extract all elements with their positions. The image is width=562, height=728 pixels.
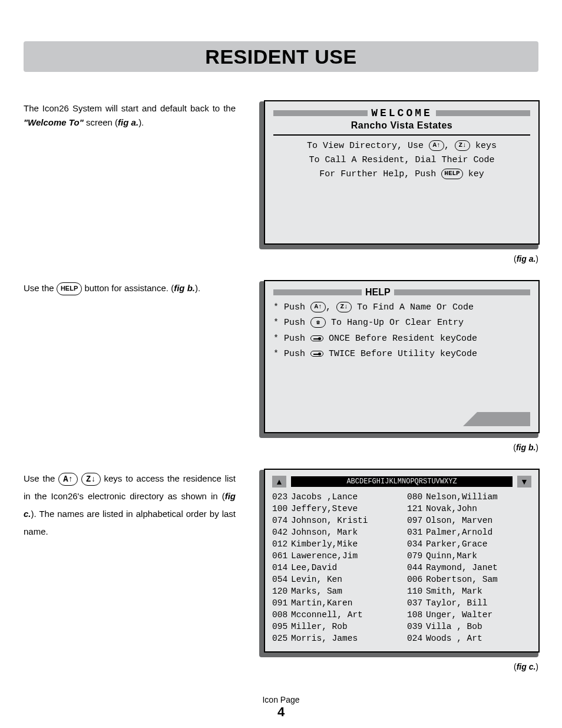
directory-code: 100 bbox=[272, 503, 291, 515]
help-line: * Push ONCE Before Resident keyCode bbox=[273, 331, 530, 347]
directory-code: 008 bbox=[272, 609, 291, 621]
alphabet-bar: ABCDEFGHIJKLMNOPQRSTUVWXYZ bbox=[291, 476, 513, 487]
directory-code: 042 bbox=[272, 526, 291, 538]
directory-code: 044 bbox=[407, 562, 426, 574]
screen-title: HELP bbox=[365, 287, 391, 298]
help-key-icon: HELP bbox=[441, 169, 462, 179]
a-up-key-icon: A↑ bbox=[58, 473, 78, 486]
directory-column: 023Jacobs ,Lance100Jeffery,Steve074Johns… bbox=[272, 491, 396, 644]
directory-code: 054 bbox=[272, 574, 291, 585]
help-screen: HELP * Push A↑, Z↓ To Find A Name Or Cod… bbox=[259, 281, 538, 438]
screen-title: WELCOME bbox=[371, 107, 432, 119]
directory-row: 061Lawerence,Jim bbox=[272, 550, 396, 562]
help-key-icon: HELP bbox=[57, 282, 82, 295]
directory-code: 108 bbox=[407, 609, 426, 621]
directory-row: 108Unger, Walter bbox=[407, 609, 531, 621]
directory-code: 031 bbox=[407, 526, 426, 538]
directory-name: Miller, Rob bbox=[291, 622, 348, 631]
directory-name: Mcconnell, Art bbox=[291, 610, 363, 620]
text: ). bbox=[138, 117, 144, 127]
directory-row: 080Nelson,William bbox=[407, 491, 531, 503]
text-emph: "Welcome To" bbox=[24, 117, 84, 127]
directory-name: Levin, Ken bbox=[291, 575, 342, 584]
fig-ref: fig a. bbox=[118, 117, 138, 127]
scroll-down-icon: ▼ bbox=[517, 476, 531, 487]
body-paragraph-2: Use the HELP button for assistance. (fig… bbox=[24, 281, 236, 295]
z-down-key-icon: Z↓ bbox=[81, 473, 101, 486]
directory-code: 121 bbox=[407, 503, 426, 515]
directory-code: 023 bbox=[272, 491, 291, 503]
directory-code: 120 bbox=[272, 585, 291, 597]
directory-screen: ▲ ABCDEFGHIJKLMNOPQRSTUVWXYZ ▼ 023Jacobs… bbox=[259, 470, 538, 657]
directory-row: 044Raymond, Janet bbox=[407, 562, 531, 574]
directory-code: 012 bbox=[272, 538, 291, 550]
section-fig-a: The Icon26 System will start and default… bbox=[24, 101, 538, 263]
directory-code: 039 bbox=[407, 621, 426, 633]
title-bar-decor bbox=[394, 289, 530, 295]
text: screen ( bbox=[84, 117, 118, 127]
help-line: * Push A↑, Z↓ To Find A Name Or Code bbox=[273, 300, 530, 315]
caption-fig-c: (fig c.) bbox=[259, 662, 538, 671]
text: ). The names are listed in alphabetical … bbox=[24, 509, 236, 536]
directory-name: Unger, Walter bbox=[426, 610, 492, 620]
directory-name: Quinn,Mark bbox=[426, 551, 477, 561]
screen-subtitle: Rancho Vista Estates bbox=[273, 120, 530, 131]
text: The Icon26 System will start and default… bbox=[24, 103, 236, 113]
directory-row: 025Morris, James bbox=[272, 633, 396, 644]
directory-name: Robertson, Sam bbox=[426, 575, 498, 584]
text: Use the bbox=[24, 473, 58, 483]
a-up-key-icon: A↑ bbox=[429, 140, 444, 151]
directory-row: 079Quinn,Mark bbox=[407, 550, 531, 562]
directory-name: Kimberly,Mike bbox=[291, 539, 358, 549]
directory-name: Morris, James bbox=[291, 634, 358, 643]
directory-name: Olson, Marven bbox=[426, 516, 492, 525]
directory-name: Lawerence,Jim bbox=[291, 551, 358, 561]
directory-row: 091Martin,Karen bbox=[272, 597, 396, 609]
directory-row: 037Taylor, Bill bbox=[407, 597, 531, 609]
text: ). bbox=[195, 283, 200, 293]
directory-row: 023Jacobs ,Lance bbox=[272, 491, 396, 503]
a-up-key-icon: A↑ bbox=[310, 302, 326, 312]
directory-code: 097 bbox=[407, 515, 426, 526]
z-down-key-icon: Z↓ bbox=[455, 140, 470, 151]
directory-row: 034Parker,Grace bbox=[407, 538, 531, 550]
directory-name: Nelson,William bbox=[426, 492, 498, 502]
directory-name: Smith, Mark bbox=[426, 587, 482, 596]
directory-name: Woods , Art bbox=[426, 634, 482, 643]
directory-name: Martin,Karen bbox=[291, 598, 352, 608]
directory-row: 031Palmer,Arnold bbox=[407, 526, 531, 538]
directory-name: Palmer,Arnold bbox=[426, 528, 492, 537]
directory-name: Jacobs ,Lance bbox=[291, 492, 358, 502]
welcome-screen: WELCOME Rancho Vista Estates To View Dir… bbox=[259, 101, 538, 249]
help-line: * Push TWICE Before Utility keyCode bbox=[273, 347, 530, 362]
directory-code: 074 bbox=[272, 515, 291, 526]
caption-fig-a: (fig a.) bbox=[259, 254, 538, 263]
help-line: * Push ☎ To Hang-Up Or Clear Entry bbox=[273, 315, 530, 331]
section-fig-c: Use the A↑ Z↓ keys to access the residen… bbox=[24, 470, 538, 671]
section-fig-b: Use the HELP button for assistance. (fig… bbox=[24, 281, 538, 452]
keycode-key-icon bbox=[310, 335, 323, 341]
directory-name: Johnson, Mark bbox=[291, 528, 358, 537]
scroll-up-icon: ▲ bbox=[272, 476, 286, 487]
directory-row: 095Miller, Rob bbox=[272, 621, 396, 633]
corner-decor bbox=[477, 412, 530, 426]
directory-row: 014Lee,David bbox=[272, 562, 396, 574]
directory-name: Jeffery,Steve bbox=[291, 504, 358, 513]
directory-name: Villa , Bob bbox=[426, 622, 482, 631]
screen-line: For Further Help, Push HELP key bbox=[273, 167, 530, 182]
page-number: 4 bbox=[24, 704, 538, 720]
footer-label: Icon Page bbox=[24, 695, 538, 704]
title-bar-decor bbox=[273, 110, 368, 116]
directory-row: 121Novak,John bbox=[407, 503, 531, 515]
directory-name: Taylor, Bill bbox=[426, 598, 487, 608]
directory-code: 080 bbox=[407, 491, 426, 503]
directory-code: 037 bbox=[407, 597, 426, 609]
directory-row: 024Woods , Art bbox=[407, 633, 531, 644]
directory-code: 061 bbox=[272, 550, 291, 562]
directory-row: 120Marks, Sam bbox=[272, 585, 396, 597]
fig-ref: fig b. bbox=[174, 283, 195, 293]
directory-name: Raymond, Janet bbox=[426, 563, 498, 572]
keycode-key-icon bbox=[310, 351, 323, 357]
directory-name: Lee,David bbox=[291, 563, 337, 572]
screen-line: To Call A Resident, Dial Their Code bbox=[273, 153, 530, 167]
